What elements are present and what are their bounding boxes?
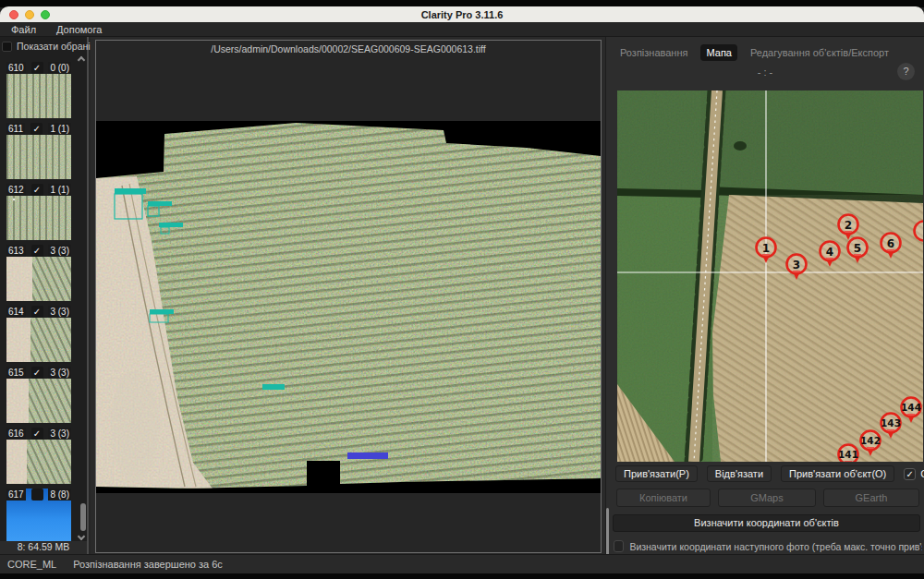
thumbnail-610[interactable]: 610 ✓ 0 (0) — [6, 62, 71, 118]
follow-label: Слідкувати — [920, 468, 924, 479]
thumbnail-checkbox[interactable]: ✓ — [31, 367, 43, 379]
thumbnail-615[interactable]: 615 ✓ 3 (3) — [6, 367, 71, 423]
thumbnail-sidebar: Показати обрані 610 ✓ 0 (0) — [0, 37, 89, 554]
thumbnail-617-selected[interactable]: 617 8 (8) — [6, 489, 71, 545]
thumbnail-checkbox[interactable]: ✓ — [31, 62, 43, 74]
svg-text:4: 4 — [826, 246, 833, 259]
thumbnail-count: 8 (8) — [48, 489, 71, 501]
thumbnail-612[interactable]: 612 ✓ 1 (1) — [6, 184, 71, 240]
thumbnail-image[interactable] — [6, 74, 71, 118]
thumbnail-checkbox[interactable]: ✓ — [31, 184, 43, 196]
thumbnail-613[interactable]: 613 ✓ 3 (3) — [6, 245, 71, 301]
thumbnail-count: 3 (3) — [48, 245, 71, 257]
next-photo-coords-toggle[interactable]: Визначити координати наступного фото (тр… — [614, 540, 922, 552]
bind-button[interactable]: Прив'язати(P) — [615, 465, 698, 482]
thumbnail-id: 614 — [6, 306, 26, 318]
map-marker-partial[interactable] — [915, 222, 924, 241]
tab-recognition[interactable]: Розпізнавання — [614, 44, 693, 61]
next-photo-label: Визначити координати наступного фото (тр… — [629, 541, 922, 552]
status-bar: CORE_ML Розпізнавання завершено за 6с — [0, 554, 924, 573]
thumbnail-image[interactable] — [6, 440, 71, 484]
menubar: Файл Допомога — [0, 22, 924, 37]
next-photo-checkbox[interactable] — [614, 540, 624, 552]
unbind-button[interactable]: Відв'язати — [707, 465, 772, 482]
app-window: Clarity Pro 3.11.6 Файл Допомога Показат… — [0, 0, 924, 579]
svg-text:6: 6 — [887, 237, 894, 250]
help-button[interactable]: ? — [897, 63, 915, 80]
show-selected-label: Показати обрані — [17, 41, 91, 52]
bind-object-button[interactable]: Прив'язати об'єкт(O) — [781, 465, 894, 482]
gmaps-button[interactable]: GMaps — [718, 489, 816, 507]
svg-text:1: 1 — [762, 242, 770, 255]
panel-tabs: Розпізнавання Мапа Редагування об'єктів/… — [614, 44, 894, 61]
window-bottom-edge — [0, 573, 924, 579]
image-path-label: /Users/admin/Downloads/00002/SEAG000609-… — [96, 43, 601, 54]
thumbnail-id: 615 — [6, 367, 26, 379]
map-marker[interactable]: 141 — [838, 445, 858, 463]
thumbnail-checkbox[interactable]: ✓ — [30, 123, 43, 135]
svg-text:142: 142 — [860, 435, 881, 446]
thumbnail-image[interactable] — [6, 257, 71, 301]
satellite-map[interactable]: 1 2 3 4 — [617, 90, 923, 462]
follow-toggle[interactable]: ✓ Слідкувати — [904, 468, 924, 480]
cursor-coords-label: - : - — [606, 66, 924, 78]
thumbnail-image[interactable] — [6, 196, 71, 240]
image-canvas[interactable]: /Users/admin/Downloads/00002/SEAG000609-… — [95, 40, 602, 553]
thumbnail-611[interactable]: 611 ✓ 1 (1) — [6, 123, 71, 179]
status-message: Розпізнавання завершено за 6с — [73, 559, 223, 570]
sidebar-scrollbar-thumb[interactable] — [80, 503, 86, 531]
thumbnail-id: 611 — [6, 123, 25, 135]
follow-checkbox[interactable]: ✓ — [904, 468, 916, 480]
menu-help[interactable]: Допомога — [56, 24, 102, 35]
svg-text:141: 141 — [838, 449, 858, 460]
menu-file[interactable]: Файл — [11, 24, 36, 35]
svg-text:3: 3 — [793, 259, 800, 271]
image-viewer-panel: /Users/admin/Downloads/00002/SEAG000609-… — [91, 37, 605, 554]
thumbnail-count: 1 (1) — [48, 123, 71, 135]
show-selected-checkbox[interactable] — [2, 42, 12, 52]
gearth-button[interactable]: GEarth — [823, 489, 919, 507]
svg-text:5: 5 — [854, 242, 861, 255]
thumbnail-list: 610 ✓ 0 (0) 611 ✓ 1 (1) — [6, 62, 71, 545]
thumbnail-checkbox[interactable] — [31, 489, 43, 501]
thumbnail-count: 3 (3) — [48, 428, 71, 440]
scroll-down-icon[interactable] — [78, 533, 85, 540]
panel-scrollbar-thumb[interactable] — [606, 508, 609, 556]
thumbnail-count: 0 (0) — [48, 62, 71, 74]
thumbnail-count: 3 (3) — [48, 306, 71, 318]
thumbnail-id: 616 — [6, 428, 26, 440]
thumbnail-image[interactable] — [6, 135, 71, 179]
thumbnail-id: 617 — [6, 489, 26, 501]
thumbnail-checkbox[interactable]: ✓ — [31, 428, 43, 440]
svg-text:143: 143 — [881, 417, 901, 428]
scroll-up-icon[interactable] — [78, 56, 85, 64]
define-object-coords-button[interactable]: Визначити координати об'єктів — [613, 514, 920, 532]
svg-text:144: 144 — [901, 402, 921, 413]
thumbnail-616[interactable]: 616 ✓ 3 (3) — [6, 428, 71, 484]
svg-text:2: 2 — [845, 219, 852, 232]
titlebar: Clarity Pro 3.11.6 — [0, 6, 924, 22]
thumbnail-id: 613 — [6, 245, 26, 257]
thumbnail-count: 3 (3) — [48, 367, 71, 379]
thumbnail-image[interactable] — [6, 318, 71, 362]
engine-label: CORE_ML — [7, 559, 56, 570]
tab-edit-export[interactable]: Редагування об'єктів/Експорт — [745, 44, 894, 61]
thumbnail-id: 612 — [6, 184, 26, 196]
copy-button[interactable]: Копіювати — [616, 489, 711, 507]
thumbnail-checkbox[interactable]: ✓ — [31, 245, 43, 257]
show-selected-toggle[interactable]: Показати обрані — [2, 39, 85, 54]
window-title: Clarity Pro 3.11.6 — [0, 9, 924, 20]
thumbnail-614[interactable]: 614 ✓ 3 (3) — [6, 306, 71, 362]
thumbnail-count: 1 (1) — [48, 184, 71, 196]
map-panel: Розпізнавання Мапа Редагування об'єктів/… — [605, 37, 924, 554]
thumbnail-checkbox[interactable]: ✓ — [31, 306, 43, 318]
mosaic-image[interactable] — [96, 121, 601, 493]
tab-map[interactable]: Мапа — [700, 44, 736, 61]
thumbnail-image[interactable] — [6, 379, 71, 423]
thumbnail-id: 610 — [6, 62, 26, 74]
memory-usage-label: 8: 64.59 MB — [0, 541, 87, 554]
